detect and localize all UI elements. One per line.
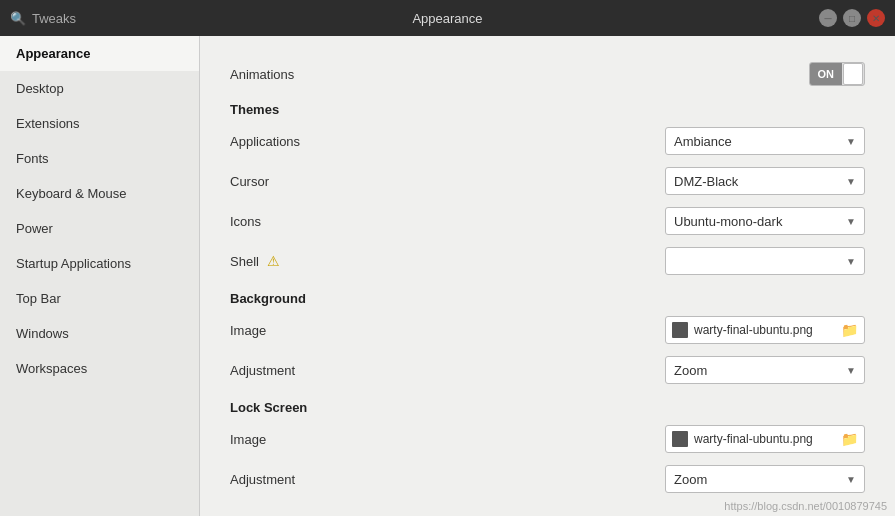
search-icon: 🔍 — [10, 11, 26, 26]
lock-folder-icon: 📁 — [841, 431, 858, 447]
bg-adjustment-label: Adjustment — [230, 363, 295, 378]
close-button[interactable]: ✕ — [867, 9, 885, 27]
cursor-label: Cursor — [230, 174, 269, 189]
shell-dropdown-arrow: ▼ — [846, 256, 856, 267]
bg-adjustment-arrow: ▼ — [846, 365, 856, 376]
applications-row: Applications Ambiance ▼ — [230, 121, 865, 161]
toggle-on-label: ON — [810, 63, 843, 85]
lock-image-name: warty-final-ubuntu.png — [694, 432, 835, 446]
main-layout: Appearance Desktop Extensions Fonts Keyb… — [0, 36, 895, 516]
applications-label: Applications — [230, 134, 300, 149]
lock-image-selector[interactable]: warty-final-ubuntu.png 📁 — [665, 425, 865, 453]
sidebar-item-extensions[interactable]: Extensions — [0, 106, 199, 141]
cursor-row: Cursor DMZ-Black ▼ — [230, 161, 865, 201]
lock-adjustment-label: Adjustment — [230, 472, 295, 487]
lock-adjustment-arrow: ▼ — [846, 474, 856, 485]
themes-section-header: Themes — [230, 102, 865, 117]
icons-dropdown-arrow: ▼ — [846, 216, 856, 227]
applications-dropdown[interactable]: Ambiance ▼ — [665, 127, 865, 155]
sidebar-item-top-bar[interactable]: Top Bar — [0, 281, 199, 316]
icons-label: Icons — [230, 214, 261, 229]
watermark: https://blog.csdn.net/0010879745 — [724, 500, 887, 512]
lock-adjustment-value: Zoom — [674, 472, 707, 487]
bg-image-thumb — [672, 322, 688, 338]
bg-adjustment-row: Adjustment Zoom ▼ — [230, 350, 865, 390]
applications-dropdown-value: Ambiance — [674, 134, 732, 149]
bg-folder-icon: 📁 — [841, 322, 858, 338]
sidebar-item-startup-applications[interactable]: Startup Applications — [0, 246, 199, 281]
animations-row: Animations ON — [230, 56, 865, 92]
sidebar-item-windows[interactable]: Windows — [0, 316, 199, 351]
bg-adjustment-value: Zoom — [674, 363, 707, 378]
cursor-dropdown-arrow: ▼ — [846, 176, 856, 187]
shell-label-area: Shell ⚠ — [230, 253, 280, 269]
toggle-handle — [843, 63, 863, 85]
sidebar-item-fonts[interactable]: Fonts — [0, 141, 199, 176]
sidebar-item-power[interactable]: Power — [0, 211, 199, 246]
shell-dropdown[interactable]: ▼ — [665, 247, 865, 275]
content-area: Animations ON Themes Applications Ambian… — [200, 36, 895, 516]
app-name-label: Tweaks — [32, 11, 76, 26]
background-section-header: Background — [230, 291, 865, 306]
maximize-button[interactable]: □ — [843, 9, 861, 27]
sidebar-item-desktop[interactable]: Desktop — [0, 71, 199, 106]
shell-label: Shell — [230, 254, 259, 269]
window-controls: ─ □ ✕ — [819, 9, 885, 27]
sidebar-item-keyboard-mouse[interactable]: Keyboard & Mouse — [0, 176, 199, 211]
cursor-dropdown[interactable]: DMZ-Black ▼ — [665, 167, 865, 195]
animations-toggle[interactable]: ON — [809, 62, 866, 86]
minimize-button[interactable]: ─ — [819, 9, 837, 27]
bg-image-label: Image — [230, 323, 266, 338]
sidebar-item-workspaces[interactable]: Workspaces — [0, 351, 199, 386]
titlebar: 🔍 Tweaks Appearance ─ □ ✕ — [0, 0, 895, 36]
sidebar-item-appearance[interactable]: Appearance — [0, 36, 199, 71]
animations-label: Animations — [230, 67, 294, 82]
lock-adjustment-row: Adjustment Zoom ▼ — [230, 459, 865, 499]
titlebar-title: Appearance — [412, 11, 482, 26]
bg-image-name: warty-final-ubuntu.png — [694, 323, 835, 337]
applications-dropdown-arrow: ▼ — [846, 136, 856, 147]
warning-icon: ⚠ — [267, 253, 280, 269]
cursor-dropdown-value: DMZ-Black — [674, 174, 738, 189]
icons-dropdown-value: Ubuntu-mono-dark — [674, 214, 782, 229]
lock-image-thumb — [672, 431, 688, 447]
icons-row: Icons Ubuntu-mono-dark ▼ — [230, 201, 865, 241]
lock-image-label: Image — [230, 432, 266, 447]
bg-image-selector[interactable]: warty-final-ubuntu.png 📁 — [665, 316, 865, 344]
icons-dropdown[interactable]: Ubuntu-mono-dark ▼ — [665, 207, 865, 235]
lock-adjustment-dropdown[interactable]: Zoom ▼ — [665, 465, 865, 493]
shell-row: Shell ⚠ ▼ — [230, 241, 865, 281]
lock-section-header: Lock Screen — [230, 400, 865, 415]
sidebar: Appearance Desktop Extensions Fonts Keyb… — [0, 36, 200, 516]
bg-image-row: Image warty-final-ubuntu.png 📁 — [230, 310, 865, 350]
bg-adjustment-dropdown[interactable]: Zoom ▼ — [665, 356, 865, 384]
lock-image-row: Image warty-final-ubuntu.png 📁 — [230, 419, 865, 459]
titlebar-search-area[interactable]: 🔍 Tweaks — [10, 11, 76, 26]
